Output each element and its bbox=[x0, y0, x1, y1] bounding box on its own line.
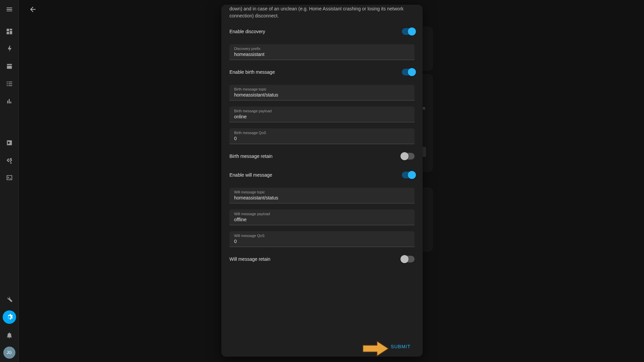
will-qos-field[interactable]: Will message QoS 0 bbox=[229, 231, 415, 247]
dialog-footer: SUBMIT bbox=[221, 337, 423, 357]
notifications-icon[interactable] bbox=[3, 328, 16, 342]
field-value[interactable]: homeassistant/status bbox=[234, 195, 410, 200]
birth-retain-row: Birth message retain bbox=[229, 144, 415, 163]
enable-discovery-row: Enable discovery bbox=[229, 19, 415, 38]
enable-will-label: Enable will message bbox=[229, 172, 272, 178]
field-label: Will message payload bbox=[234, 212, 270, 216]
field-value[interactable]: online bbox=[234, 114, 410, 119]
field-value[interactable]: homeassistant bbox=[234, 52, 410, 57]
enable-birth-label: Enable birth message bbox=[229, 69, 275, 75]
enable-will-row: Enable will message bbox=[229, 163, 415, 182]
will-retain-label: Will message retain bbox=[229, 256, 270, 262]
dialog-intro-text: down) and in case of an unclean (e.g. Ho… bbox=[229, 5, 415, 19]
birth-retain-label: Birth message retain bbox=[229, 154, 272, 159]
terminal-icon[interactable] bbox=[3, 171, 16, 184]
field-label: Discovery prefix bbox=[234, 47, 260, 51]
sidebar: JG bbox=[0, 0, 19, 362]
history-icon[interactable] bbox=[3, 95, 16, 108]
birth-retain-toggle[interactable] bbox=[402, 153, 415, 160]
back-icon[interactable] bbox=[26, 3, 40, 16]
birth-topic-field[interactable]: Birth message topic homeassistant/status bbox=[229, 85, 415, 101]
field-label: Birth message QoS bbox=[234, 131, 266, 135]
dialog-scroll[interactable]: down) and in case of an unclean (e.g. Ho… bbox=[221, 5, 423, 357]
field-label: Birth message topic bbox=[234, 87, 267, 91]
map-icon[interactable] bbox=[3, 60, 16, 73]
will-retain-toggle[interactable] bbox=[402, 256, 415, 262]
dashboard-icon[interactable] bbox=[3, 25, 16, 38]
settings-icon[interactable] bbox=[3, 310, 16, 324]
will-topic-field[interactable]: Will message topic homeassistant/status bbox=[229, 188, 415, 203]
avatar[interactable]: JG bbox=[3, 347, 15, 359]
field-value[interactable]: 0 bbox=[234, 239, 410, 244]
birth-payload-field[interactable]: Birth message payload online bbox=[229, 107, 415, 122]
field-label: Will message QoS bbox=[234, 234, 264, 238]
mqtt-options-dialog: down) and in case of an unclean (e.g. Ho… bbox=[221, 5, 423, 357]
enable-discovery-label: Enable discovery bbox=[229, 29, 265, 34]
enable-birth-toggle[interactable] bbox=[402, 69, 415, 75]
field-value[interactable]: 0 bbox=[234, 136, 410, 141]
energy-icon[interactable] bbox=[3, 42, 16, 56]
discovery-prefix-field[interactable]: Discovery prefix homeassistant bbox=[229, 44, 415, 60]
field-label: Birth message payload bbox=[234, 109, 272, 113]
will-retain-row: Will message retain bbox=[229, 247, 415, 266]
will-payload-field[interactable]: Will message payload offline bbox=[229, 209, 415, 225]
vscode-icon[interactable] bbox=[3, 154, 16, 167]
enable-will-toggle[interactable] bbox=[402, 172, 415, 178]
devtools-icon[interactable] bbox=[3, 292, 16, 306]
media-icon[interactable] bbox=[3, 136, 16, 149]
logbook-icon[interactable] bbox=[3, 77, 16, 90]
field-value[interactable]: homeassistant/status bbox=[234, 92, 410, 98]
field-label: Will message topic bbox=[234, 190, 265, 194]
submit-button[interactable]: SUBMIT bbox=[387, 341, 415, 353]
enable-birth-row: Enable birth message bbox=[229, 60, 415, 79]
menu-icon[interactable] bbox=[0, 0, 19, 19]
avatar-initials: JG bbox=[7, 350, 12, 355]
field-value[interactable]: offline bbox=[234, 217, 410, 222]
birth-qos-field[interactable]: Birth message QoS 0 bbox=[229, 128, 415, 144]
enable-discovery-toggle[interactable] bbox=[402, 28, 415, 35]
